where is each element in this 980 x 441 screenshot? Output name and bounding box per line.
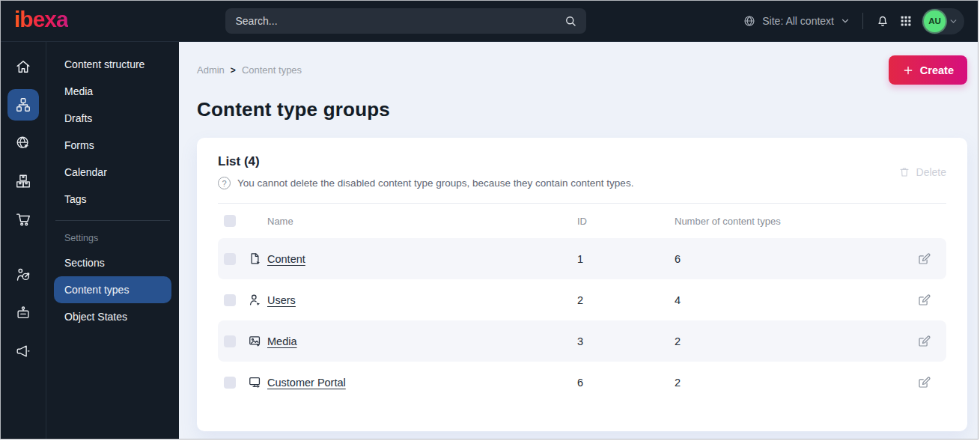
group-link[interactable]: Content [267, 253, 305, 265]
users-icon [248, 293, 267, 307]
edit-icon[interactable] [907, 294, 940, 307]
breadcrumb-admin[interactable]: Admin [197, 64, 225, 76]
site-context-label: Site: All context [762, 15, 834, 27]
sidebar-item-forms[interactable]: Forms [54, 132, 171, 159]
group-count: 2 [675, 335, 907, 347]
edit-icon[interactable] [907, 252, 940, 266]
sidebar-item-tags[interactable]: Tags [54, 186, 171, 213]
target-user-icon[interactable] [7, 259, 39, 291]
app-grid-icon[interactable] [899, 14, 913, 28]
delete-button-label: Delete [916, 166, 946, 178]
group-id: 1 [577, 253, 675, 265]
globe-icon [743, 14, 756, 28]
group-link[interactable]: Customer Portal [267, 377, 346, 389]
sidebar-item-drafts[interactable]: Drafts [54, 105, 171, 132]
table-row: Users 2 4 [218, 279, 946, 320]
globe-cursor-icon[interactable] [7, 127, 39, 159]
briefcase-icon[interactable] [7, 297, 39, 329]
plus-icon [902, 64, 914, 76]
create-button[interactable]: Create [889, 55, 967, 85]
media-image-icon [248, 334, 267, 348]
sidebar-item-calendar[interactable]: Calendar [54, 159, 171, 186]
column-header-id: ID [577, 216, 675, 227]
group-id: 3 [577, 335, 675, 347]
content-type-groups-table: Name ID Number of content types Content … [218, 204, 946, 403]
group-count: 4 [675, 294, 907, 306]
content-file-icon [248, 252, 267, 266]
table-row: Customer Portal 6 2 [218, 362, 946, 403]
cart-icon[interactable] [7, 204, 39, 235]
topbar-right: Site: All context AU [743, 8, 964, 34]
column-header-name: Name [267, 216, 577, 227]
group-id: 2 [577, 294, 675, 306]
breadcrumb-content-types: Content types [242, 64, 302, 76]
sidebar: Content structure Media Drafts Forms Cal… [46, 42, 179, 439]
global-search[interactable] [225, 8, 586, 34]
monitor-icon [248, 375, 267, 389]
trash-icon [898, 166, 910, 178]
group-id: 6 [577, 377, 675, 389]
sitemap-icon[interactable] [7, 89, 39, 121]
help-icon: ? [218, 177, 231, 189]
group-link[interactable]: Media [267, 335, 297, 347]
sidebar-divider [55, 220, 170, 221]
table-header-row: Name ID Number of content types [218, 204, 946, 238]
sidebar-item-object-states[interactable]: Object States [54, 303, 171, 330]
chevron-down-icon [840, 16, 850, 26]
delete-button[interactable]: Delete [898, 166, 946, 178]
boxes-icon[interactable] [7, 165, 39, 197]
sidebar-item-sections[interactable]: Sections [54, 249, 171, 276]
avatar: AU [924, 10, 946, 32]
breadcrumb-separator: > [231, 65, 236, 76]
select-all-checkbox[interactable] [224, 215, 236, 227]
app-window: ibexa Site: All context [0, 0, 979, 440]
group-link[interactable]: Users [267, 294, 296, 306]
site-context-selector[interactable]: Site: All context [743, 14, 850, 28]
list-count-title: List (4) [218, 154, 633, 169]
row-checkbox[interactable] [224, 335, 236, 347]
edit-icon[interactable] [907, 335, 940, 348]
breadcrumb: Admin > Content types [197, 64, 302, 76]
page-title: Content type groups [197, 98, 967, 121]
icon-rail [1, 42, 46, 439]
home-icon[interactable] [7, 51, 39, 82]
content-type-groups-card: List (4) ? You cannot delete the disable… [197, 138, 967, 431]
notifications-bell-icon[interactable] [875, 13, 890, 28]
sidebar-item-media[interactable]: Media [54, 78, 171, 105]
topbar-divider [862, 13, 863, 29]
topbar: ibexa Site: All context [1, 1, 978, 42]
sidebar-settings-header: Settings [54, 228, 171, 249]
column-header-count: Number of content types [675, 216, 907, 227]
table-row: Content 1 6 [218, 238, 946, 279]
ibexa-logo[interactable]: ibexa [14, 8, 68, 34]
search-input[interactable] [236, 15, 564, 27]
edit-icon[interactable] [907, 376, 940, 389]
list-info-text: You cannot delete the disabled content t… [237, 177, 633, 189]
sidebar-item-content-structure[interactable]: Content structure [54, 51, 171, 78]
search-icon[interactable] [564, 14, 577, 28]
row-checkbox[interactable] [224, 253, 236, 265]
create-button-label: Create [920, 64, 954, 76]
chevron-down-icon [949, 16, 958, 26]
megaphone-icon[interactable] [7, 335, 39, 367]
main-content: Admin > Content types Create Content typ… [179, 42, 978, 439]
group-count: 6 [675, 253, 907, 265]
user-menu[interactable]: AU [922, 8, 964, 34]
group-count: 2 [675, 377, 907, 389]
row-checkbox[interactable] [224, 377, 236, 389]
sidebar-item-content-types[interactable]: Content types [54, 276, 171, 303]
row-checkbox[interactable] [224, 294, 236, 306]
table-row: Media 3 2 [218, 320, 946, 362]
